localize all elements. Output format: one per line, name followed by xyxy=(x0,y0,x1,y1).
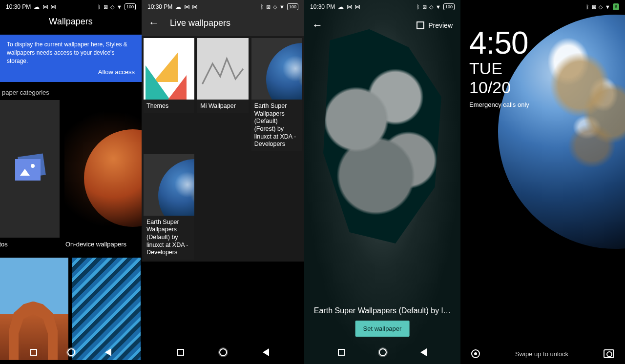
nav-back-icon[interactable] xyxy=(420,348,427,356)
permission-banner: To display the current wallpaper here, S… xyxy=(0,35,142,82)
status-bar: ᛒ ⊠ ◇ ▼ 6 xyxy=(460,0,625,14)
wallpapers-screen: 10:30 PM ☁ ⋈ ⋈ ᛒ ⊠ ◇ ▼ 100 Wallpapers To… xyxy=(0,0,142,364)
battery-icon: 100 xyxy=(125,3,136,10)
wifi-icon: ◇ xyxy=(110,4,114,10)
set-wallpaper-button[interactable]: Set wallpaper xyxy=(355,321,410,337)
wallpaper-item-themes[interactable]: Themes xyxy=(144,38,194,151)
status-bar: 10:30 PM ☁ ⋈ ⋈ ᛒ ⊠ ◇ ▼ 100 xyxy=(142,0,304,14)
on-device-label: On-device wallpapers xyxy=(53,241,126,248)
bluetooth-icon: ᛒ xyxy=(586,4,589,10)
wallpaper-grid: Themes Mi Wallpaper Earth Super Wallpape… xyxy=(142,36,304,262)
status-time: 10:30 PM xyxy=(6,3,31,10)
wallpaper-item-mi[interactable]: Mi Wallpaper xyxy=(197,38,248,151)
lock-day: TUE xyxy=(469,60,529,78)
bluetooth-icon: ᛒ xyxy=(98,4,101,10)
page-title: Live wallpapers xyxy=(170,18,230,28)
back-arrow-icon[interactable]: ← xyxy=(312,19,323,32)
battery-icon: 100 xyxy=(287,3,298,10)
m-icon: ⋈ ⋈ xyxy=(42,3,56,10)
wallpaper-item-earth-default[interactable]: Earth Super Wallpapers (Default) by linu… xyxy=(144,154,194,260)
status-bar: 10:30 PM ☁ ⋈ ⋈ ᛒ ⊠ ◇ ▼ 100 xyxy=(304,0,460,14)
emergency-text: Emergency calls only xyxy=(469,101,529,108)
signal-icon: ▼ xyxy=(279,4,285,10)
vibrate-icon: ⊠ xyxy=(422,4,427,10)
earth-thumb xyxy=(251,38,302,100)
photos-icon xyxy=(13,155,44,182)
preview-header: ← Preview xyxy=(304,14,460,37)
bluetooth-icon: ᛒ xyxy=(260,4,264,10)
item-label: Themes xyxy=(144,100,194,113)
wifi-icon: ◇ xyxy=(273,4,277,10)
bluetooth-icon: ᛒ xyxy=(417,4,420,10)
status-bar: 10:30 PM ☁ ⋈ ⋈ ᛒ ⊠ ◇ ▼ 100 xyxy=(0,0,142,14)
lock-date: 10/20 xyxy=(469,79,529,97)
signal-icon: ▼ xyxy=(605,4,610,10)
assistant-icon[interactable] xyxy=(471,349,480,358)
themes-thumb xyxy=(144,38,194,100)
nav-bar xyxy=(304,341,460,364)
preview-checkbox[interactable]: Preview xyxy=(417,21,453,29)
live-wallpapers-screen: 10:30 PM ☁ ⋈ ⋈ ᛒ ⊠ ◇ ▼ 100 ← Live wallpa… xyxy=(142,0,304,364)
nav-back-icon[interactable] xyxy=(263,348,269,356)
allow-access-button[interactable]: Allow access xyxy=(7,68,135,77)
wallpaper-item-earth-forest[interactable]: Earth Super Wallpapers (Default) (Forest… xyxy=(251,38,302,151)
battery-icon: 100 xyxy=(443,3,455,10)
m-icon: ⋈ ⋈ xyxy=(347,3,360,10)
checkbox-icon xyxy=(417,21,424,29)
m-icon: ⋈ ⋈ xyxy=(184,3,197,10)
earth-thumb xyxy=(144,154,194,216)
wifi-icon: ◇ xyxy=(599,4,603,10)
item-label: Mi Wallpaper xyxy=(197,100,248,113)
nav-bar xyxy=(0,341,142,364)
nav-back-icon[interactable] xyxy=(105,348,111,356)
lock-bottom-row: Swipe up to unlock xyxy=(460,349,625,358)
item-label: Earth Super Wallpapers (Default) (Forest… xyxy=(251,100,302,151)
lock-time: 4:50 xyxy=(469,27,529,59)
preview-label: Preview xyxy=(428,21,453,29)
lock-clock: 4:50 TUE 10/20 Emergency calls only xyxy=(469,27,529,108)
wallpaper-name: Earth Super Wallpapers (Default) by l… xyxy=(304,306,460,315)
swipe-hint[interactable]: Swipe up to unlock xyxy=(515,350,568,358)
mi-wallpaper-thumb xyxy=(197,38,248,100)
wallpaper-preview-screen: 10:30 PM ☁ ⋈ ⋈ ᛒ ⊠ ◇ ▼ 100 ← Preview Ear… xyxy=(304,0,460,364)
cloud-icon: ☁ xyxy=(175,3,181,10)
nav-recent-icon[interactable] xyxy=(338,349,345,356)
my-photos-card[interactable] xyxy=(0,100,60,238)
wifi-icon: ◇ xyxy=(429,4,433,10)
camera-icon[interactable] xyxy=(604,349,614,358)
status-time: 10:30 PM xyxy=(310,3,335,10)
nav-home-icon[interactable] xyxy=(219,348,227,356)
signal-icon: ▼ xyxy=(436,4,441,10)
signal-icon: ▼ xyxy=(117,4,122,10)
cloud-icon: ☁ xyxy=(34,3,40,10)
nav-recent-icon[interactable] xyxy=(177,349,184,356)
status-time: 10:30 PM xyxy=(147,3,172,10)
item-label: Earth Super Wallpapers (Default) by linu… xyxy=(144,216,194,260)
section-header: paper categories xyxy=(0,82,142,100)
back-arrow-icon[interactable]: ← xyxy=(148,17,159,29)
my-photos-label: hotos xyxy=(0,241,53,248)
vibrate-icon: ⊠ xyxy=(104,4,108,10)
nav-home-icon[interactable] xyxy=(67,348,75,356)
on-device-wallpapers-card[interactable] xyxy=(64,100,142,238)
nav-bar xyxy=(142,341,304,364)
mars-image xyxy=(84,129,142,227)
nav-recent-icon[interactable] xyxy=(30,349,37,356)
banner-text: To display the current wallpaper here, S… xyxy=(7,40,135,65)
lock-screen: ᛒ ⊠ ◇ ▼ 6 4:50 TUE 10/20 Emergency calls… xyxy=(460,0,625,364)
nav-home-icon[interactable] xyxy=(379,348,387,356)
vibrate-icon: ⊠ xyxy=(266,4,271,10)
vibrate-icon: ⊠ xyxy=(592,4,596,10)
battery-icon: 6 xyxy=(613,3,619,10)
cloud-icon: ☁ xyxy=(338,3,344,10)
